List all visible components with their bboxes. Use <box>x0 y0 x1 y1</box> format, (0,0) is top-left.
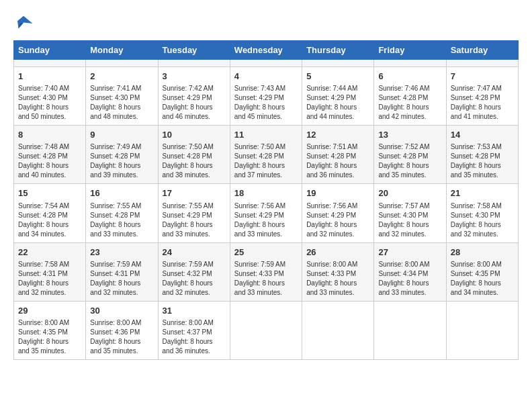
calendar-cell: 7Sunrise: 7:47 AMSunset: 4:28 PMDaylight… <box>446 67 518 126</box>
day-info: Sunrise: 7:43 AMSunset: 4:29 PMDaylight:… <box>234 84 298 122</box>
day-number: 30 <box>90 305 153 317</box>
week-row-2: 8Sunrise: 7:48 AMSunset: 4:28 PMDaylight… <box>14 126 519 184</box>
day-info: Sunrise: 7:41 AMSunset: 4:30 PMDaylight:… <box>90 84 153 122</box>
calendar-cell: 1Sunrise: 7:40 AMSunset: 4:30 PMDaylight… <box>14 67 86 126</box>
day-info: Sunrise: 7:59 AMSunset: 4:32 PMDaylight:… <box>163 260 226 298</box>
day-number: 6 <box>378 71 441 83</box>
day-info: Sunrise: 7:42 AMSunset: 4:29 PMDaylight:… <box>163 84 226 122</box>
day-info: Sunrise: 7:56 AMSunset: 4:29 PMDaylight:… <box>306 201 369 239</box>
day-number: 17 <box>163 187 226 199</box>
day-number: 8 <box>18 129 81 141</box>
calendar-cell: 12Sunrise: 7:51 AMSunset: 4:28 PMDayligh… <box>302 126 374 184</box>
week-row-1: 1Sunrise: 7:40 AMSunset: 4:30 PMDaylight… <box>14 67 519 126</box>
day-number: 16 <box>90 187 153 199</box>
calendar-table: SundayMondayTuesdayWednesdayThursdayFrid… <box>13 40 519 360</box>
week-row-3: 15Sunrise: 7:54 AMSunset: 4:28 PMDayligh… <box>14 184 519 242</box>
calendar-cell: 19Sunrise: 7:56 AMSunset: 4:29 PMDayligh… <box>302 184 374 242</box>
day-number: 22 <box>18 246 81 259</box>
calendar-body: 1Sunrise: 7:40 AMSunset: 4:30 PMDaylight… <box>14 60 519 360</box>
calendar-cell: 25Sunrise: 7:59 AMSunset: 4:33 PMDayligh… <box>230 242 302 301</box>
day-number: 25 <box>234 246 298 259</box>
week-row-5: 29Sunrise: 8:00 AMSunset: 4:35 PMDayligh… <box>14 301 519 359</box>
calendar-cell: 30Sunrise: 8:00 AMSunset: 4:36 PMDayligh… <box>86 301 158 359</box>
day-number: 3 <box>163 71 226 83</box>
day-info: Sunrise: 8:00 AMSunset: 4:34 PMDaylight:… <box>378 260 441 298</box>
day-number: 1 <box>18 71 81 83</box>
day-number: 31 <box>163 305 226 317</box>
day-info: Sunrise: 7:48 AMSunset: 4:28 PMDaylight:… <box>18 142 81 180</box>
day-info: Sunrise: 7:56 AMSunset: 4:29 PMDaylight:… <box>234 201 298 239</box>
day-number: 7 <box>451 71 514 83</box>
col-header-monday: Monday <box>86 41 158 60</box>
day-info: Sunrise: 7:49 AMSunset: 4:28 PMDaylight:… <box>90 142 153 180</box>
calendar-cell: 9Sunrise: 7:49 AMSunset: 4:28 PMDaylight… <box>86 126 158 184</box>
calendar-cell <box>230 301 302 359</box>
day-number: 12 <box>306 129 369 141</box>
calendar-cell <box>446 60 518 67</box>
day-number: 23 <box>90 246 153 259</box>
day-number: 14 <box>451 129 514 141</box>
day-number: 21 <box>451 187 514 199</box>
day-info: Sunrise: 7:58 AMSunset: 4:31 PMDaylight:… <box>18 260 81 298</box>
calendar-cell: 2Sunrise: 7:41 AMSunset: 4:30 PMDaylight… <box>86 67 158 126</box>
calendar-cell <box>446 301 518 359</box>
day-number: 28 <box>451 246 514 259</box>
day-number: 11 <box>234 129 298 141</box>
calendar-cell <box>302 60 374 67</box>
calendar-cell: 28Sunrise: 8:00 AMSunset: 4:35 PMDayligh… <box>446 242 518 301</box>
day-number: 27 <box>378 246 441 259</box>
calendar-cell: 29Sunrise: 8:00 AMSunset: 4:35 PMDayligh… <box>14 301 86 359</box>
col-header-wednesday: Wednesday <box>230 41 302 60</box>
day-number: 26 <box>306 246 369 259</box>
day-number: 19 <box>306 187 369 199</box>
calendar-cell: 18Sunrise: 7:56 AMSunset: 4:29 PMDayligh… <box>230 184 302 242</box>
calendar-cell: 4Sunrise: 7:43 AMSunset: 4:29 PMDaylight… <box>230 67 302 126</box>
day-info: Sunrise: 8:00 AMSunset: 4:37 PMDaylight:… <box>163 318 226 356</box>
day-info: Sunrise: 7:59 AMSunset: 4:31 PMDaylight:… <box>90 260 153 298</box>
calendar-cell <box>158 60 230 67</box>
calendar-cell: 15Sunrise: 7:54 AMSunset: 4:28 PMDayligh… <box>14 184 86 242</box>
calendar-cell: 17Sunrise: 7:55 AMSunset: 4:29 PMDayligh… <box>158 184 230 242</box>
day-info: Sunrise: 7:54 AMSunset: 4:28 PMDaylight:… <box>18 201 81 239</box>
calendar-cell: 20Sunrise: 7:57 AMSunset: 4:30 PMDayligh… <box>374 184 446 242</box>
day-number: 29 <box>18 305 81 317</box>
day-info: Sunrise: 7:44 AMSunset: 4:29 PMDaylight:… <box>306 84 369 122</box>
calendar-cell <box>230 60 302 67</box>
calendar-cell <box>374 60 446 67</box>
week-row-0 <box>14 60 519 67</box>
day-info: Sunrise: 7:55 AMSunset: 4:28 PMDaylight:… <box>90 201 153 239</box>
day-info: Sunrise: 7:50 AMSunset: 4:28 PMDaylight:… <box>234 142 298 180</box>
calendar-cell: 5Sunrise: 7:44 AMSunset: 4:29 PMDaylight… <box>302 67 374 126</box>
week-row-4: 22Sunrise: 7:58 AMSunset: 4:31 PMDayligh… <box>14 242 519 301</box>
calendar-cell <box>374 301 446 359</box>
calendar-cell: 6Sunrise: 7:46 AMSunset: 4:28 PMDaylight… <box>374 67 446 126</box>
day-info: Sunrise: 8:00 AMSunset: 4:35 PMDaylight:… <box>451 260 514 298</box>
day-info: Sunrise: 7:53 AMSunset: 4:28 PMDaylight:… <box>451 142 514 180</box>
calendar-cell: 14Sunrise: 7:53 AMSunset: 4:28 PMDayligh… <box>446 126 518 184</box>
day-info: Sunrise: 7:47 AMSunset: 4:28 PMDaylight:… <box>451 84 514 122</box>
calendar-cell: 22Sunrise: 7:58 AMSunset: 4:31 PMDayligh… <box>14 242 86 301</box>
calendar-cell: 21Sunrise: 7:58 AMSunset: 4:30 PMDayligh… <box>446 184 518 242</box>
day-number: 15 <box>18 187 81 199</box>
col-header-tuesday: Tuesday <box>158 41 230 60</box>
calendar-cell: 3Sunrise: 7:42 AMSunset: 4:29 PMDaylight… <box>158 67 230 126</box>
calendar-cell <box>14 60 86 67</box>
day-number: 4 <box>234 71 298 83</box>
calendar-cell: 16Sunrise: 7:55 AMSunset: 4:28 PMDayligh… <box>86 184 158 242</box>
day-number: 18 <box>234 187 298 199</box>
calendar-cell: 13Sunrise: 7:52 AMSunset: 4:28 PMDayligh… <box>374 126 446 184</box>
col-header-saturday: Saturday <box>446 41 518 60</box>
day-number: 13 <box>378 129 441 141</box>
calendar-cell: 31Sunrise: 8:00 AMSunset: 4:37 PMDayligh… <box>158 301 230 359</box>
day-info: Sunrise: 7:46 AMSunset: 4:28 PMDaylight:… <box>378 84 441 122</box>
day-info: Sunrise: 8:00 AMSunset: 4:35 PMDaylight:… <box>18 318 81 356</box>
day-number: 2 <box>90 71 153 83</box>
day-number: 5 <box>306 71 369 83</box>
calendar-cell: 27Sunrise: 8:00 AMSunset: 4:34 PMDayligh… <box>374 242 446 301</box>
calendar-cell: 11Sunrise: 7:50 AMSunset: 4:28 PMDayligh… <box>230 126 302 184</box>
calendar-cell: 8Sunrise: 7:48 AMSunset: 4:28 PMDaylight… <box>14 126 86 184</box>
day-info: Sunrise: 7:50 AMSunset: 4:28 PMDaylight:… <box>163 142 226 180</box>
day-number: 10 <box>163 129 226 141</box>
day-number: 20 <box>378 187 441 199</box>
day-number: 9 <box>90 129 153 141</box>
